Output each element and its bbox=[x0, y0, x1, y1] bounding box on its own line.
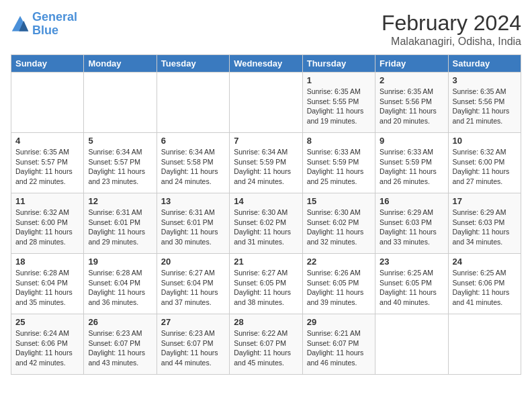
day-info: Sunrise: 6:25 AM Sunset: 6:06 PM Dayligh… bbox=[453, 268, 517, 308]
day-info: Sunrise: 6:31 AM Sunset: 6:01 PM Dayligh… bbox=[161, 208, 225, 247]
page-header: General Blue February 2024 Malakanagiri,… bbox=[11, 11, 521, 48]
calendar-cell: 17Sunrise: 6:29 AM Sunset: 6:03 PM Dayli… bbox=[448, 193, 521, 254]
day-number: 22 bbox=[307, 257, 371, 267]
calendar-cell: 11Sunrise: 6:32 AM Sunset: 6:00 PM Dayli… bbox=[11, 193, 84, 254]
calendar-cell: 3Sunrise: 6:35 AM Sunset: 5:56 PM Daylig… bbox=[448, 73, 521, 133]
logo-icon bbox=[11, 15, 30, 34]
calendar-cell bbox=[157, 73, 229, 133]
day-number: 8 bbox=[307, 136, 371, 146]
day-header-sunday: Sunday bbox=[11, 55, 84, 73]
title-block: February 2024 Malakanagiri, Odisha, Indi… bbox=[382, 11, 521, 48]
day-info: Sunrise: 6:31 AM Sunset: 6:01 PM Dayligh… bbox=[88, 208, 152, 247]
calendar-cell: 14Sunrise: 6:30 AM Sunset: 6:02 PM Dayli… bbox=[230, 193, 302, 254]
calendar-cell: 7Sunrise: 6:34 AM Sunset: 5:59 PM Daylig… bbox=[230, 133, 302, 193]
day-info: Sunrise: 6:28 AM Sunset: 6:04 PM Dayligh… bbox=[88, 268, 152, 308]
day-info: Sunrise: 6:35 AM Sunset: 5:57 PM Dayligh… bbox=[15, 147, 79, 187]
day-number: 5 bbox=[88, 136, 152, 146]
calendar-cell: 25Sunrise: 6:24 AM Sunset: 6:06 PM Dayli… bbox=[11, 314, 84, 375]
calendar-cell: 6Sunrise: 6:34 AM Sunset: 5:58 PM Daylig… bbox=[157, 133, 229, 193]
logo: General Blue bbox=[11, 11, 77, 38]
calendar-cell: 27Sunrise: 6:23 AM Sunset: 6:07 PM Dayli… bbox=[157, 314, 229, 375]
day-number: 13 bbox=[161, 196, 225, 206]
day-header-saturday: Saturday bbox=[448, 55, 521, 73]
calendar-cell bbox=[230, 73, 302, 133]
day-number: 28 bbox=[234, 317, 298, 327]
week-row-4: 25Sunrise: 6:24 AM Sunset: 6:06 PM Dayli… bbox=[11, 314, 521, 375]
day-number: 11 bbox=[15, 196, 79, 206]
calendar-cell: 24Sunrise: 6:25 AM Sunset: 6:06 PM Dayli… bbox=[448, 254, 521, 314]
day-number: 29 bbox=[307, 317, 371, 327]
day-number: 16 bbox=[380, 196, 443, 206]
day-number: 27 bbox=[161, 317, 225, 327]
day-info: Sunrise: 6:32 AM Sunset: 6:00 PM Dayligh… bbox=[15, 208, 79, 247]
day-number: 2 bbox=[380, 75, 443, 85]
week-row-3: 18Sunrise: 6:28 AM Sunset: 6:04 PM Dayli… bbox=[11, 254, 521, 314]
day-header-tuesday: Tuesday bbox=[157, 55, 229, 73]
day-info: Sunrise: 6:35 AM Sunset: 5:56 PM Dayligh… bbox=[453, 87, 517, 126]
calendar-cell: 19Sunrise: 6:28 AM Sunset: 6:04 PM Dayli… bbox=[84, 254, 157, 314]
day-header-wednesday: Wednesday bbox=[230, 55, 302, 73]
calendar-table: SundayMondayTuesdayWednesdayThursdayFrid… bbox=[11, 54, 521, 375]
day-info: Sunrise: 6:34 AM Sunset: 5:59 PM Dayligh… bbox=[234, 147, 298, 187]
calendar-cell: 20Sunrise: 6:27 AM Sunset: 6:04 PM Dayli… bbox=[157, 254, 229, 314]
day-number: 6 bbox=[161, 136, 225, 146]
day-number: 4 bbox=[15, 136, 79, 146]
day-header-friday: Friday bbox=[375, 55, 448, 73]
day-number: 7 bbox=[234, 136, 298, 146]
day-number: 17 bbox=[453, 196, 517, 206]
calendar-cell bbox=[448, 314, 521, 375]
day-info: Sunrise: 6:34 AM Sunset: 5:58 PM Dayligh… bbox=[161, 147, 225, 187]
calendar-cell: 29Sunrise: 6:21 AM Sunset: 6:07 PM Dayli… bbox=[302, 314, 375, 375]
calendar-cell: 8Sunrise: 6:33 AM Sunset: 5:59 PM Daylig… bbox=[302, 133, 375, 193]
day-number: 23 bbox=[380, 257, 443, 267]
calendar-cell: 23Sunrise: 6:25 AM Sunset: 6:05 PM Dayli… bbox=[375, 254, 448, 314]
day-info: Sunrise: 6:23 AM Sunset: 6:07 PM Dayligh… bbox=[88, 328, 152, 368]
day-info: Sunrise: 6:32 AM Sunset: 6:00 PM Dayligh… bbox=[453, 147, 517, 187]
calendar-cell: 1Sunrise: 6:35 AM Sunset: 5:55 PM Daylig… bbox=[302, 73, 375, 133]
day-number: 24 bbox=[453, 257, 517, 267]
week-row-1: 4Sunrise: 6:35 AM Sunset: 5:57 PM Daylig… bbox=[11, 133, 521, 193]
day-number: 25 bbox=[15, 317, 79, 327]
calendar-cell bbox=[375, 314, 448, 375]
calendar-cell: 4Sunrise: 6:35 AM Sunset: 5:57 PM Daylig… bbox=[11, 133, 84, 193]
day-info: Sunrise: 6:24 AM Sunset: 6:06 PM Dayligh… bbox=[15, 328, 79, 368]
day-number: 21 bbox=[234, 257, 298, 267]
day-number: 19 bbox=[88, 257, 152, 267]
day-info: Sunrise: 6:22 AM Sunset: 6:07 PM Dayligh… bbox=[234, 328, 298, 368]
calendar-cell: 15Sunrise: 6:30 AM Sunset: 6:02 PM Dayli… bbox=[302, 193, 375, 254]
calendar-cell: 12Sunrise: 6:31 AM Sunset: 6:01 PM Dayli… bbox=[84, 193, 157, 254]
logo-line1: General bbox=[32, 10, 77, 24]
day-info: Sunrise: 6:27 AM Sunset: 6:04 PM Dayligh… bbox=[161, 268, 225, 308]
calendar-cell: 16Sunrise: 6:29 AM Sunset: 6:03 PM Dayli… bbox=[375, 193, 448, 254]
calendar-cell: 5Sunrise: 6:34 AM Sunset: 5:57 PM Daylig… bbox=[84, 133, 157, 193]
day-header-thursday: Thursday bbox=[302, 55, 375, 73]
day-info: Sunrise: 6:29 AM Sunset: 6:03 PM Dayligh… bbox=[380, 208, 443, 247]
location: Malakanagiri, Odisha, India bbox=[382, 36, 521, 48]
day-info: Sunrise: 6:28 AM Sunset: 6:04 PM Dayligh… bbox=[15, 268, 79, 308]
day-info: Sunrise: 6:29 AM Sunset: 6:03 PM Dayligh… bbox=[453, 208, 517, 247]
day-info: Sunrise: 6:26 AM Sunset: 6:05 PM Dayligh… bbox=[307, 268, 371, 308]
day-number: 12 bbox=[88, 196, 152, 206]
logo-line2: Blue bbox=[32, 24, 58, 37]
month-title: February 2024 bbox=[382, 11, 521, 36]
day-number: 18 bbox=[15, 257, 79, 267]
day-number: 20 bbox=[161, 257, 225, 267]
day-number: 26 bbox=[88, 317, 152, 327]
day-info: Sunrise: 6:33 AM Sunset: 5:59 PM Dayligh… bbox=[307, 147, 371, 187]
calendar-cell: 13Sunrise: 6:31 AM Sunset: 6:01 PM Dayli… bbox=[157, 193, 229, 254]
day-number: 9 bbox=[380, 136, 443, 146]
day-info: Sunrise: 6:35 AM Sunset: 5:56 PM Dayligh… bbox=[380, 87, 443, 126]
day-number: 1 bbox=[307, 75, 371, 85]
day-info: Sunrise: 6:35 AM Sunset: 5:55 PM Dayligh… bbox=[307, 87, 371, 126]
day-header-monday: Monday bbox=[84, 55, 157, 73]
day-info: Sunrise: 6:25 AM Sunset: 6:05 PM Dayligh… bbox=[380, 268, 443, 308]
day-info: Sunrise: 6:30 AM Sunset: 6:02 PM Dayligh… bbox=[234, 208, 298, 247]
week-row-2: 11Sunrise: 6:32 AM Sunset: 6:00 PM Dayli… bbox=[11, 193, 521, 254]
calendar-cell: 22Sunrise: 6:26 AM Sunset: 6:05 PM Dayli… bbox=[302, 254, 375, 314]
calendar-cell: 28Sunrise: 6:22 AM Sunset: 6:07 PM Dayli… bbox=[230, 314, 302, 375]
week-row-0: 1Sunrise: 6:35 AM Sunset: 5:55 PM Daylig… bbox=[11, 73, 521, 133]
day-number: 14 bbox=[234, 196, 298, 206]
day-number: 10 bbox=[453, 136, 517, 146]
calendar-cell: 18Sunrise: 6:28 AM Sunset: 6:04 PM Dayli… bbox=[11, 254, 84, 314]
day-info: Sunrise: 6:30 AM Sunset: 6:02 PM Dayligh… bbox=[307, 208, 371, 247]
